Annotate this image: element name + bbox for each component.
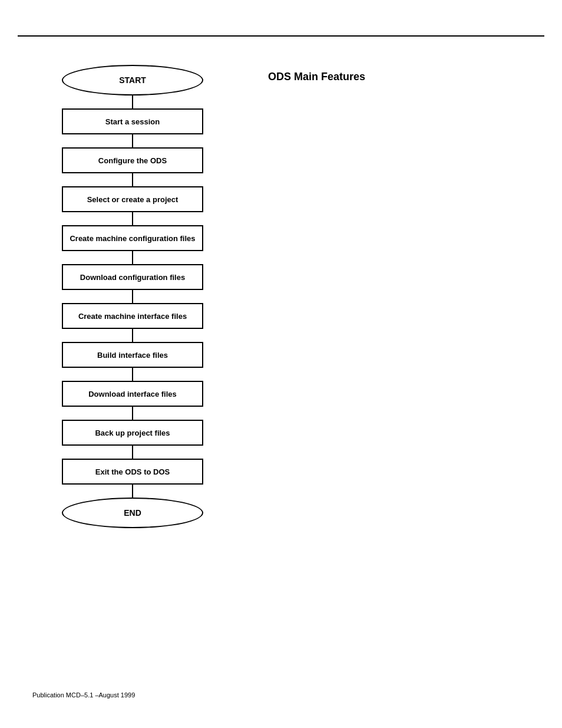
connector-3	[132, 173, 133, 186]
connector-9	[132, 407, 133, 420]
footer: Publication MCD–5.1 –August 1999	[32, 691, 135, 699]
step-create-interface: Create machine interface files	[62, 303, 203, 329]
connector-11	[132, 485, 133, 498]
connector-1	[132, 95, 133, 108]
connector-4	[132, 212, 133, 225]
step-download-config: Download configuration files	[62, 264, 203, 290]
end-oval: END	[62, 498, 203, 528]
step-select-project: Select or create a project	[62, 186, 203, 212]
start-oval: START	[62, 65, 203, 95]
connector-5	[132, 251, 133, 264]
step-configure-ods: Configure the ODS	[62, 147, 203, 173]
right-panel: ODS Main Features	[233, 65, 365, 528]
flowchart: START Start a session Configure the ODS …	[32, 65, 233, 528]
connector-7	[132, 329, 133, 342]
connector-6	[132, 290, 133, 303]
section-title: ODS Main Features	[268, 71, 365, 83]
step-download-interface: Download interface files	[62, 381, 203, 407]
step-backup-project: Back up project files	[62, 420, 203, 446]
step-create-machine-config: Create machine configuration files	[62, 225, 203, 251]
start-label: START	[119, 75, 146, 85]
step-start-session: Start a session	[62, 108, 203, 134]
connector-8	[132, 368, 133, 381]
end-label: END	[124, 508, 141, 518]
step-exit-ods: Exit the ODS to DOS	[62, 459, 203, 485]
connector-10	[132, 446, 133, 459]
connector-2	[132, 134, 133, 147]
step-build-interface: Build interface files	[62, 342, 203, 368]
top-rule	[18, 35, 544, 37]
